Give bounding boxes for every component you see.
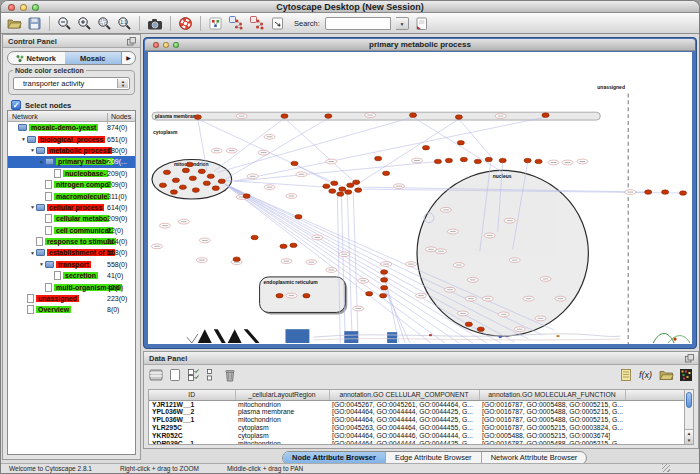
network-node[interactable] (375, 156, 382, 161)
tab-overflow-arrow[interactable]: ▶ (121, 52, 135, 64)
network-node[interactable] (194, 115, 201, 120)
network-node[interactable] (455, 115, 462, 120)
new-attribute-icon[interactable] (168, 368, 182, 386)
table-cell[interactable]: mitochondrion (235, 416, 329, 424)
maximize-icon[interactable] (173, 42, 179, 48)
snapshot-camera-icon[interactable] (147, 16, 163, 31)
tab-mosaic[interactable]: Mosaic (65, 52, 122, 64)
network-overview-icon[interactable] (208, 16, 223, 31)
table-cell[interactable] (625, 440, 685, 445)
expander-triangle-icon[interactable]: ▼ (29, 204, 36, 210)
zoom-window-button[interactable] (32, 4, 39, 11)
table-cell[interactable] (625, 416, 685, 424)
network-node[interactable] (207, 174, 214, 179)
network-node[interactable] (353, 180, 360, 185)
table-cell[interactable] (625, 424, 685, 432)
table-cell[interactable] (625, 400, 685, 408)
tree-row[interactable]: ▼primary metabo209(... (8, 156, 135, 167)
table-cell[interactable]: [GO:0044464, GO:0044444, GO:0044425, G..… (329, 440, 479, 445)
network-node[interactable] (474, 159, 481, 164)
network-node[interactable] (303, 293, 310, 298)
annotation-icon[interactable] (270, 16, 285, 31)
network-node[interactable] (383, 171, 390, 176)
network-node[interactable] (331, 181, 338, 186)
network-node[interactable] (203, 181, 210, 186)
column-header[interactable]: ID (149, 390, 235, 400)
table-row[interactable]: YKR052Ccytoplasm[GO:0044464, GO:0044446,… (149, 432, 685, 440)
table-cell[interactable]: [GO:0044464, GO:0044446, GO:0044444, G..… (329, 432, 479, 440)
tree-row[interactable]: secretion41(0) (8, 270, 135, 281)
window-titlebar[interactable]: Cytoscape Desktop (New Session) (1, 1, 699, 13)
matrix-heatmap-icon[interactable] (679, 368, 693, 386)
delete-attribute-trash-icon[interactable] (223, 368, 237, 386)
table-scrollbar[interactable]: ▲▼ (684, 390, 693, 444)
table-cell[interactable]: [GO:0016787, GO:0005488, GO:0005215, G..… (479, 416, 625, 424)
attribute-table-icon[interactable] (149, 368, 163, 386)
table-cell[interactable]: mitochondrion (235, 440, 329, 445)
network-edge[interactable] (337, 193, 340, 343)
select-nodes-checkbox[interactable]: ✓ (11, 100, 21, 110)
network-node[interactable] (159, 183, 166, 188)
network-node[interactable] (485, 157, 492, 162)
network-node[interactable] (172, 178, 179, 183)
close-button[interactable] (8, 4, 15, 11)
network-node[interactable] (186, 162, 193, 167)
save-session-icon[interactable] (27, 16, 42, 31)
table-cell[interactable]: [GO:0044464, GO:0044444, GO:0044425, G..… (329, 416, 479, 424)
network-node[interactable] (645, 190, 652, 195)
network-edge[interactable] (459, 119, 493, 158)
network-node[interactable] (212, 186, 219, 191)
attribute-table-header-row[interactable]: ID_cellularLayoutRegionannotation.GO CEL… (149, 390, 685, 400)
table-cell[interactable]: [GO:0045263, GO:0044464, GO:0044455, G..… (329, 424, 479, 432)
table-cell[interactable]: [GO:0005488, GO:0005215, GO:0003674] (479, 432, 625, 440)
network-node[interactable] (381, 286, 388, 291)
session-note-icon[interactable] (414, 16, 429, 31)
expander-triangle-icon[interactable]: ▼ (38, 159, 45, 165)
network-canvas[interactable]: plasma membranecytoplasmmitochondrionnuc… (148, 52, 692, 344)
table-cell[interactable]: mitochondrion (235, 400, 329, 408)
zoom-selected-icon[interactable] (97, 16, 112, 31)
network-edge[interactable] (347, 191, 352, 343)
network-node[interactable] (192, 188, 199, 193)
network-node[interactable] (499, 158, 506, 163)
column-header[interactable] (625, 390, 685, 400)
tree-row[interactable]: cell communicat22(0) (8, 225, 135, 236)
network-node[interactable] (381, 270, 388, 275)
network-node[interactable] (243, 194, 250, 199)
float-panel-icon[interactable] (127, 37, 136, 50)
network-node[interactable] (290, 243, 297, 248)
network-node[interactable] (524, 158, 531, 163)
network-node[interactable] (445, 158, 452, 163)
network-node[interactable] (325, 114, 332, 119)
table-cell[interactable] (625, 408, 685, 416)
network-node[interactable] (381, 278, 388, 283)
table-cell[interactable]: plasma membrane (235, 408, 329, 416)
network-edge[interactable] (224, 118, 329, 180)
network-node[interactable] (323, 184, 330, 189)
table-cell[interactable]: cytoplasm (235, 432, 329, 440)
table-row[interactable]: YPL036W__1mitochondrion[GO:0044464, GO:0… (149, 416, 685, 424)
network-node[interactable] (281, 114, 288, 119)
network-node[interactable] (182, 168, 189, 173)
network-node[interactable] (465, 322, 472, 327)
scrollbar-buttons[interactable]: ▲▼ (685, 429, 693, 444)
tree-row[interactable]: nitrogen compo209(0) (8, 179, 135, 190)
network-node[interactable] (251, 235, 258, 240)
network-edge[interactable] (413, 117, 503, 172)
table-cell[interactable]: [GO:0044464, GO:0044444, GO:0044425, G..… (329, 408, 479, 416)
expander-triangle-icon[interactable]: ▼ (29, 147, 36, 153)
search-dropdown-button[interactable]: ▼ (396, 17, 409, 30)
tree-row[interactable]: response to stimulu264(0) (8, 236, 135, 247)
table-cell[interactable]: YKR052C (149, 432, 235, 440)
table-cell[interactable]: cytoplasm (235, 424, 329, 432)
select-attributes-icon[interactable] (187, 368, 201, 386)
table-row[interactable]: YLR295Ccytoplasm[GO:0045263, GO:0044464,… (149, 424, 685, 432)
network-node[interactable] (662, 190, 669, 195)
table-cell[interactable]: YPL036W__2 (149, 408, 235, 416)
float-panel-icon[interactable] (685, 354, 694, 367)
tree-row[interactable]: ▼establishment of lo558(0) (8, 247, 135, 258)
column-header[interactable]: annotation.GO MOLECULAR_FUNCTION (479, 390, 625, 400)
tree-row[interactable]: ▼metabolic process280(0) (8, 145, 135, 156)
network-node[interactable] (355, 188, 362, 193)
table-row[interactable]: YDR039C__1mitochondrion[GO:0044464, GO:0… (149, 440, 685, 445)
